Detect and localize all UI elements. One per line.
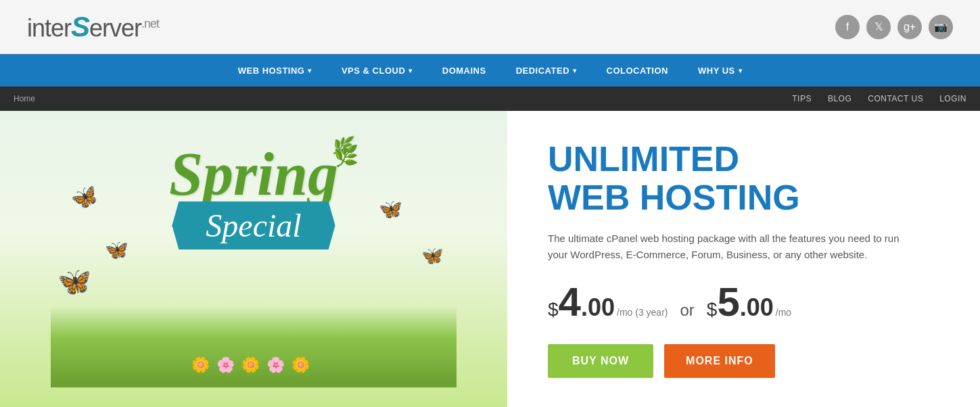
secondary-nav-links: TIPS BLOG CONTACT US LOGIN [792, 94, 966, 103]
butterfly-4: 🦋 [379, 198, 402, 220]
buy-now-button[interactable]: BUY NOW [548, 344, 653, 378]
price-suffix: /mo (3 year) [617, 307, 668, 318]
nav-why-us-arrow: ▾ [739, 67, 743, 74]
spring-banner: Spring 🌿 Special 🦋 🦋 🦋 🦋 🦋 🌼🌸🌼🌸🌼 [0, 111, 507, 407]
price2-suffix: /mo [776, 307, 791, 318]
pricing-block: $ 4.00 /mo (3 year) or $ 5.00 /mo [548, 282, 939, 322]
leaf-icon: 🌿 [333, 144, 358, 168]
offer-description: The ultimate cPanel web hosting package … [548, 231, 900, 263]
nav-why-us[interactable]: WHY US ▾ [683, 54, 757, 87]
cta-buttons: BUY NOW MORE INFO [548, 344, 939, 378]
nav-contact-us[interactable]: CONTACT US [868, 94, 923, 103]
offer-content: UNLIMITED WEB HOSTING The ultimate cPane… [507, 111, 980, 407]
butterfly-1: 🦋 [68, 181, 102, 214]
spring-label: Spring [169, 141, 338, 208]
nav-domains[interactable]: DOMAINS [427, 54, 501, 87]
logo-tld: .net [141, 17, 159, 30]
breadcrumb: Home [14, 94, 35, 103]
nav-vps-cloud[interactable]: VPS & CLOUD ▾ [327, 54, 427, 87]
logo-part2: erver [89, 14, 141, 42]
twitter-icon[interactable]: 𝕏 [866, 15, 891, 39]
butterfly-2: 🦋 [57, 266, 91, 297]
grass-area: 🌼🌸🌼🌸🌼 [51, 306, 457, 387]
price-3year: $ 4.00 /mo (3 year) [548, 282, 668, 322]
offer-headline: UNLIMITED WEB HOSTING [548, 140, 939, 217]
more-info-button[interactable]: MORE INFO [664, 344, 775, 378]
nav-vps-arrow: ▾ [409, 67, 413, 74]
price2-dollar-sign: $ [707, 300, 718, 319]
butterfly-5: 🦋 [421, 245, 443, 266]
secondary-nav: Home TIPS BLOG CONTACT US LOGIN [0, 87, 980, 111]
price-monthly: $ 5.00 /mo [707, 282, 791, 322]
logo-part1: inter [27, 14, 71, 42]
nav-web-hosting-arrow: ▾ [308, 67, 312, 74]
nav-dedicated[interactable]: DEDICATED ▾ [501, 54, 592, 87]
nav-web-hosting[interactable]: WEB HOSTING ▾ [223, 54, 327, 87]
price-amount: 4.00 [559, 282, 615, 322]
logo[interactable]: interServer.net [27, 11, 159, 43]
price2-amount: 5.00 [717, 282, 773, 322]
social-icons-group: f 𝕏 g+ 📷 [835, 15, 953, 39]
nav-login[interactable]: LOGIN [939, 94, 966, 103]
google-plus-icon[interactable]: g+ [897, 15, 922, 39]
special-ribbon: Special [172, 201, 335, 249]
price-or-label: or [680, 301, 694, 320]
instagram-icon[interactable]: 📷 [929, 15, 953, 39]
breadcrumb-home[interactable]: Home [14, 94, 35, 103]
main-nav: WEB HOSTING ▾ VPS & CLOUD ▾ DOMAINS DEDI… [0, 54, 980, 87]
spring-special-graphic: Spring 🌿 Special 🦋 🦋 🦋 🦋 🦋 🌼🌸🌼🌸🌼 [51, 130, 457, 387]
logo-s: S [71, 11, 89, 43]
price-dollar-sign: $ [548, 300, 559, 319]
nav-tips[interactable]: TIPS [792, 94, 812, 103]
butterfly-3: 🦋 [105, 239, 129, 261]
nav-blog[interactable]: BLOG [828, 94, 851, 103]
site-header: interServer.net f 𝕏 g+ 📷 [0, 0, 980, 54]
flowers: 🌼🌸🌼🌸🌼 [191, 356, 317, 374]
logo-text: interServer.net [27, 11, 159, 43]
nav-colocation[interactable]: COLOCATION [592, 54, 683, 87]
nav-dedicated-arrow: ▾ [573, 67, 577, 74]
main-content: Spring 🌿 Special 🦋 🦋 🦋 🦋 🦋 🌼🌸🌼🌸🌼 UNLIMIT… [0, 111, 980, 407]
facebook-icon[interactable]: f [835, 15, 860, 39]
